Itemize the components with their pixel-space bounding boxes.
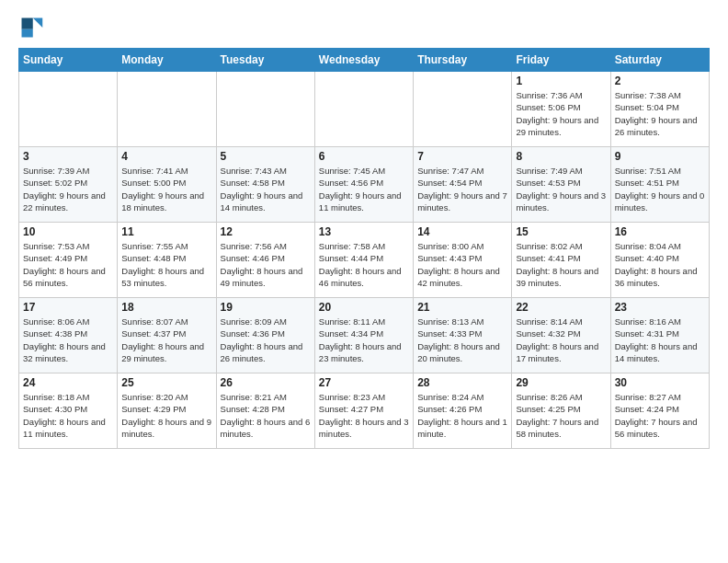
calendar-cell: 16Sunrise: 8:04 AM Sunset: 4:40 PM Dayli… [610,223,709,298]
day-number: 1 [516,75,606,87]
day-number: 7 [417,150,507,163]
day-info: Sunrise: 7:51 AM Sunset: 4:51 PM Dayligh… [615,165,705,213]
calendar-cell [314,72,413,147]
calendar-cell: 28Sunrise: 8:24 AM Sunset: 4:26 PM Dayli… [414,373,512,449]
day-number: 9 [615,150,705,163]
day-number: 30 [615,376,705,389]
calendar-cell: 7Sunrise: 7:47 AM Sunset: 4:54 PM Daylig… [414,147,512,223]
svg-marker-0 [33,18,43,29]
day-number: 2 [615,75,705,87]
calendar-cell: 3Sunrise: 7:39 AM Sunset: 5:02 PM Daylig… [19,147,118,223]
day-info: Sunrise: 7:36 AM Sunset: 5:06 PM Dayligh… [516,89,606,138]
calendar-header-friday: Friday [512,49,610,72]
calendar-header-saturday: Saturday [610,49,709,72]
calendar-table: SundayMondayTuesdayWednesdayThursdayFrid… [18,48,710,449]
day-number: 23 [615,301,705,314]
day-info: Sunrise: 8:26 AM Sunset: 4:25 PM Dayligh… [516,391,606,440]
header [18,15,710,40]
day-number: 11 [121,225,211,238]
day-number: 16 [615,225,705,238]
calendar-cell: 6Sunrise: 7:45 AM Sunset: 4:56 PM Daylig… [314,147,413,223]
day-number: 15 [516,225,606,238]
calendar-week-row: 3Sunrise: 7:39 AM Sunset: 5:02 PM Daylig… [19,147,710,223]
day-number: 18 [121,301,211,314]
calendar-cell: 1Sunrise: 7:36 AM Sunset: 5:06 PM Daylig… [512,72,610,147]
day-info: Sunrise: 8:23 AM Sunset: 4:27 PM Dayligh… [319,391,409,440]
page: SundayMondayTuesdayWednesdayThursdayFrid… [0,0,728,458]
calendar-cell: 12Sunrise: 7:56 AM Sunset: 4:46 PM Dayli… [216,223,314,298]
logo [18,15,48,40]
calendar-cell: 10Sunrise: 7:53 AM Sunset: 4:49 PM Dayli… [19,223,118,298]
day-info: Sunrise: 8:18 AM Sunset: 4:30 PM Dayligh… [23,391,113,440]
calendar-header-wednesday: Wednesday [314,49,413,72]
calendar-week-row: 24Sunrise: 8:18 AM Sunset: 4:30 PM Dayli… [19,373,710,449]
calendar-header-row: SundayMondayTuesdayWednesdayThursdayFrid… [19,49,710,72]
day-info: Sunrise: 8:14 AM Sunset: 4:32 PM Dayligh… [516,316,606,364]
day-info: Sunrise: 7:47 AM Sunset: 4:54 PM Dayligh… [417,165,507,213]
day-number: 5 [221,150,311,163]
day-info: Sunrise: 8:20 AM Sunset: 4:29 PM Dayligh… [121,391,211,440]
calendar-header-tuesday: Tuesday [216,49,314,72]
day-number: 6 [319,150,409,163]
day-number: 3 [23,150,113,163]
day-info: Sunrise: 7:43 AM Sunset: 4:58 PM Dayligh… [221,165,311,213]
day-number: 21 [417,301,507,314]
calendar-cell: 26Sunrise: 8:21 AM Sunset: 4:28 PM Dayli… [216,373,314,449]
day-info: Sunrise: 8:07 AM Sunset: 4:37 PM Dayligh… [121,316,211,364]
calendar-week-row: 1Sunrise: 7:36 AM Sunset: 5:06 PM Daylig… [19,72,710,147]
day-info: Sunrise: 8:09 AM Sunset: 4:36 PM Dayligh… [221,316,311,364]
calendar-cell: 18Sunrise: 8:07 AM Sunset: 4:37 PM Dayli… [118,298,216,373]
day-number: 14 [417,225,507,238]
day-number: 28 [417,376,507,389]
day-info: Sunrise: 8:00 AM Sunset: 4:43 PM Dayligh… [417,240,507,289]
day-info: Sunrise: 8:24 AM Sunset: 4:26 PM Dayligh… [417,391,507,440]
day-info: Sunrise: 7:45 AM Sunset: 4:56 PM Dayligh… [319,165,409,213]
day-number: 29 [516,376,606,389]
day-info: Sunrise: 8:16 AM Sunset: 4:31 PM Dayligh… [615,316,705,364]
calendar-cell: 14Sunrise: 8:00 AM Sunset: 4:43 PM Dayli… [414,223,512,298]
day-info: Sunrise: 7:56 AM Sunset: 4:46 PM Dayligh… [221,240,311,289]
day-info: Sunrise: 8:02 AM Sunset: 4:41 PM Dayligh… [516,240,606,289]
calendar-cell: 21Sunrise: 8:13 AM Sunset: 4:33 PM Dayli… [414,298,512,373]
day-info: Sunrise: 7:41 AM Sunset: 5:00 PM Dayligh… [121,165,211,213]
day-number: 13 [319,225,409,238]
calendar-cell [414,72,512,147]
calendar-header-thursday: Thursday [414,49,512,72]
day-info: Sunrise: 8:13 AM Sunset: 4:33 PM Dayligh… [417,316,507,364]
day-number: 12 [221,225,311,238]
calendar-cell: 27Sunrise: 8:23 AM Sunset: 4:27 PM Dayli… [314,373,413,449]
calendar-cell: 8Sunrise: 7:49 AM Sunset: 4:53 PM Daylig… [512,147,610,223]
svg-rect-2 [22,29,33,38]
day-info: Sunrise: 7:55 AM Sunset: 4:48 PM Dayligh… [121,240,211,289]
calendar-cell [118,72,216,147]
calendar-cell [216,72,314,147]
calendar-cell: 4Sunrise: 7:41 AM Sunset: 5:00 PM Daylig… [118,147,216,223]
day-info: Sunrise: 7:39 AM Sunset: 5:02 PM Dayligh… [23,165,113,213]
svg-rect-1 [22,18,33,29]
calendar-week-row: 10Sunrise: 7:53 AM Sunset: 4:49 PM Dayli… [19,223,710,298]
day-number: 8 [516,150,606,163]
calendar-cell: 25Sunrise: 8:20 AM Sunset: 4:29 PM Dayli… [118,373,216,449]
calendar-header-sunday: Sunday [19,49,118,72]
calendar-week-row: 17Sunrise: 8:06 AM Sunset: 4:38 PM Dayli… [19,298,710,373]
day-number: 26 [221,376,311,389]
day-info: Sunrise: 8:04 AM Sunset: 4:40 PM Dayligh… [615,240,705,289]
calendar-cell: 20Sunrise: 8:11 AM Sunset: 4:34 PM Dayli… [314,298,413,373]
calendar-cell [19,72,118,147]
calendar-cell: 24Sunrise: 8:18 AM Sunset: 4:30 PM Dayli… [19,373,118,449]
calendar-cell: 11Sunrise: 7:55 AM Sunset: 4:48 PM Dayli… [118,223,216,298]
day-info: Sunrise: 8:06 AM Sunset: 4:38 PM Dayligh… [23,316,113,364]
calendar-cell: 13Sunrise: 7:58 AM Sunset: 4:44 PM Dayli… [314,223,413,298]
day-info: Sunrise: 7:49 AM Sunset: 4:53 PM Dayligh… [516,165,606,213]
day-info: Sunrise: 7:53 AM Sunset: 4:49 PM Dayligh… [23,240,113,289]
calendar-cell: 19Sunrise: 8:09 AM Sunset: 4:36 PM Dayli… [216,298,314,373]
day-info: Sunrise: 8:11 AM Sunset: 4:34 PM Dayligh… [319,316,409,364]
calendar-cell: 15Sunrise: 8:02 AM Sunset: 4:41 PM Dayli… [512,223,610,298]
day-number: 25 [121,376,211,389]
calendar-header-monday: Monday [118,49,216,72]
day-number: 19 [221,301,311,314]
day-info: Sunrise: 8:21 AM Sunset: 4:28 PM Dayligh… [221,391,311,440]
day-info: Sunrise: 8:27 AM Sunset: 4:24 PM Dayligh… [615,391,705,440]
calendar-cell: 17Sunrise: 8:06 AM Sunset: 4:38 PM Dayli… [19,298,118,373]
day-number: 10 [23,225,113,238]
